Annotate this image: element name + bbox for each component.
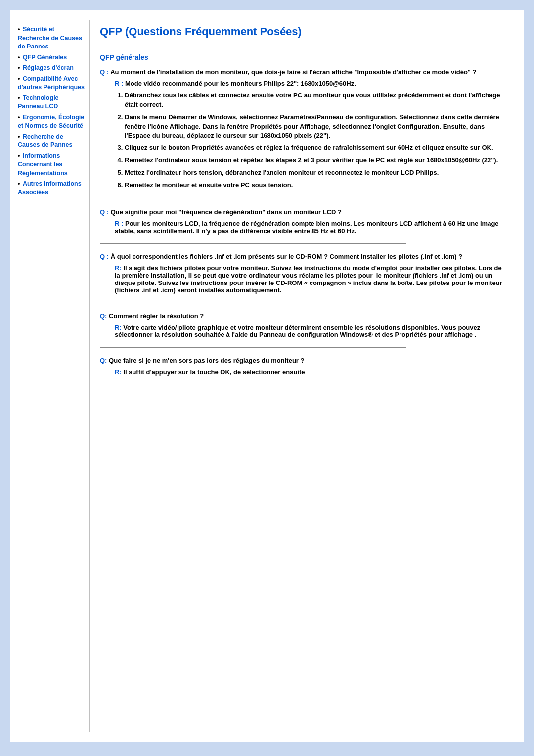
sidebar-item-autres[interactable]: • Autres Informations Associées bbox=[18, 180, 85, 197]
step-4: Remettez l'ordinateur sous tension et ré… bbox=[125, 156, 509, 165]
question-1: Q : Au moment de l'installation de mon m… bbox=[100, 68, 509, 76]
qa-block-4: Q: Comment régler la résolution ? R: Vot… bbox=[100, 312, 509, 338]
step-3: Cliquez sur le bouton Propriétés avancée… bbox=[125, 143, 509, 153]
sidebar-link-recherche[interactable]: Recherche de Causes de Pannes bbox=[18, 133, 72, 149]
step-6: Remettez le moniteur et ensuite votre PC… bbox=[125, 181, 509, 190]
separator-3 bbox=[100, 303, 406, 303]
sidebar-item-info[interactable]: • Informations Concernant les Réglementa… bbox=[18, 152, 85, 178]
separator-2 bbox=[100, 243, 406, 244]
sidebar-link-autres[interactable]: Autres Informations Associées bbox=[18, 180, 82, 196]
sidebar: • Sécurité et Recherche de Causes de Pan… bbox=[10, 20, 89, 732]
question-3: Q : À quoi correspondent les fichiers .i… bbox=[100, 253, 509, 260]
page-title: QFP (Questions Fréquemment Posées) bbox=[100, 25, 509, 38]
section-title: QFP générales bbox=[100, 53, 509, 61]
sidebar-item-reglages[interactable]: • Réglages d'écran bbox=[18, 64, 85, 73]
sidebar-link-compat[interactable]: Compatibilité Avec d'autres Périphérique… bbox=[18, 75, 85, 91]
step-2: Dans le menu Démarrer de Windows, sélect… bbox=[125, 113, 509, 141]
main-content: QFP (Questions Fréquemment Posées) QFP g… bbox=[89, 20, 524, 732]
qa-block-2: Q : Que signifie pour moi "fréquence de … bbox=[100, 208, 509, 235]
sidebar-link-security[interactable]: Sécurité et Recherche de Causes de Panne… bbox=[18, 26, 82, 50]
top-divider bbox=[100, 46, 509, 46]
sidebar-link-qfp[interactable]: QFP Générales bbox=[23, 54, 67, 61]
page-container: • Sécurité et Recherche de Causes de Pan… bbox=[10, 10, 524, 742]
sidebar-nav: • Sécurité et Recherche de Causes de Pan… bbox=[18, 25, 85, 197]
separator-4 bbox=[100, 347, 406, 348]
answer-5: R: Il suffit d'appuyer sur la touche OK,… bbox=[115, 368, 509, 376]
sidebar-item-recherche[interactable]: • Recherche de Causes de Pannes bbox=[18, 133, 85, 150]
question-4: Q: Comment régler la résolution ? bbox=[100, 312, 509, 320]
answer-1-intro: R : Mode vidéo recommandé pour les monit… bbox=[115, 80, 509, 87]
step-1: Débranchez tous les câbles et connectez … bbox=[125, 91, 509, 110]
question-2: Q : Que signifie pour moi "fréquence de … bbox=[100, 208, 509, 216]
answer-1-steps: Débranchez tous les câbles et connectez … bbox=[125, 91, 509, 190]
answer-4: R: Votre carte vidéo/ pilote graphique e… bbox=[115, 324, 509, 338]
sidebar-link-info[interactable]: Informations Concernant les Réglementati… bbox=[18, 152, 68, 177]
separator-1 bbox=[100, 199, 406, 199]
qa-block-3: Q : À quoi correspondent les fichiers .i… bbox=[100, 253, 509, 294]
step-5: Mettez l'ordinateur hors tension, débran… bbox=[125, 168, 509, 178]
answer-2: R : Pour les moniteurs LCD, la fréquence… bbox=[115, 220, 509, 235]
sidebar-item-techno[interactable]: • Technologie Panneau LCD bbox=[18, 94, 85, 111]
sidebar-item-security[interactable]: • Sécurité et Recherche de Causes de Pan… bbox=[18, 25, 85, 51]
qa-block-1: Q : Au moment de l'installation de mon m… bbox=[100, 68, 509, 190]
sidebar-item-compat[interactable]: • Compatibilité Avec d'autres Périphériq… bbox=[18, 75, 85, 92]
sidebar-link-ergo[interactable]: Ergonomie, Écologie et Normes de Sécurit… bbox=[18, 114, 84, 130]
qa-block-5: Q: Que faire si je ne m'en sors pas lors… bbox=[100, 357, 509, 376]
sidebar-item-qfp[interactable]: • QFP Générales bbox=[18, 53, 85, 62]
sidebar-item-ergo[interactable]: • Ergonomie, Écologie et Normes de Sécur… bbox=[18, 113, 85, 131]
answer-3: R: Il s'agit des fichiers pilotes pour v… bbox=[115, 264, 509, 294]
question-5: Q: Que faire si je ne m'en sors pas lors… bbox=[100, 357, 509, 364]
sidebar-link-reglages[interactable]: Réglages d'écran bbox=[23, 64, 74, 71]
sidebar-link-techno[interactable]: Technologie Panneau LCD bbox=[18, 94, 59, 110]
